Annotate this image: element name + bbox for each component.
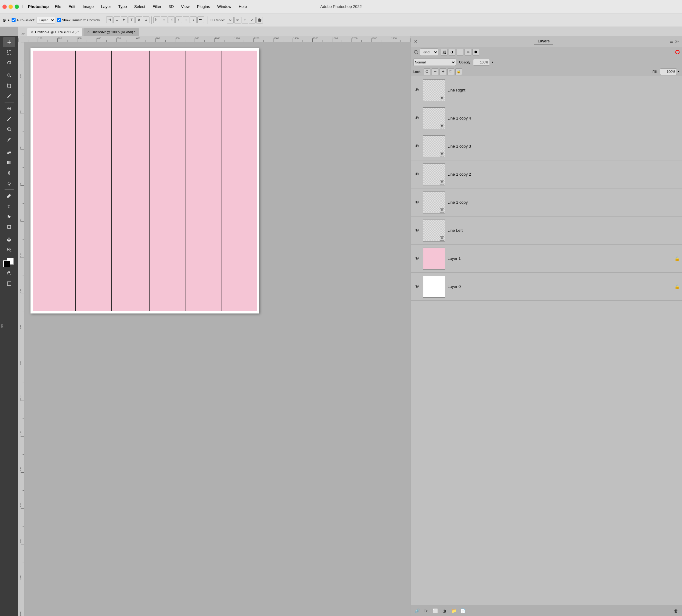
layer-item-line-1-copy-2[interactable]: 👁⊞Line 1 copy 2	[411, 160, 682, 188]
3d-rotate[interactable]: ↻	[227, 17, 234, 23]
lasso-tool[interactable]	[3, 58, 15, 68]
opacity-arrow[interactable]: ▾	[492, 61, 493, 64]
filter-active-indicator[interactable]	[675, 50, 680, 54]
3d-slide[interactable]: ⤢	[249, 17, 256, 23]
layer-visibility-0[interactable]: 👁	[413, 87, 420, 94]
align-top-edges[interactable]: ⊤	[128, 17, 135, 23]
add-mask[interactable]: ⬜	[432, 607, 439, 614]
layer-visibility-6[interactable]: 👁	[413, 255, 420, 262]
quick-mask-toggle[interactable]	[3, 268, 15, 278]
menu-window[interactable]: Window	[216, 4, 232, 9]
panel-menu-icon[interactable]: ☰	[670, 39, 673, 44]
align-right-edges[interactable]: ⊢	[121, 17, 128, 23]
new-layer[interactable]: 📄	[459, 607, 467, 614]
fill-input[interactable]	[660, 68, 677, 75]
layer-item-line-1-copy-3[interactable]: 👁⊞Line 1 copy 3	[411, 132, 682, 160]
tab-close-2[interactable]: ✕	[87, 30, 90, 33]
layer-visibility-4[interactable]: 👁	[413, 199, 420, 206]
panel-collapse-icon[interactable]: ≫	[675, 39, 679, 44]
lock-artboards[interactable]: ⬚	[448, 68, 454, 75]
minimize-button[interactable]	[8, 5, 13, 9]
menu-plugins[interactable]: Plugins	[196, 4, 211, 9]
add-fill-adjustment[interactable]: ◑	[441, 607, 448, 614]
crop-tool[interactable]	[3, 81, 15, 91]
align-v-center[interactable]: ⊕	[135, 17, 142, 23]
menu-3d[interactable]: 3D	[167, 4, 175, 9]
layers-tab[interactable]: Layers	[534, 38, 553, 45]
3d-pan[interactable]: ✛	[242, 17, 248, 23]
menu-view[interactable]: View	[180, 4, 191, 9]
dodge-tool[interactable]	[3, 178, 15, 188]
filter-smartobj-icon[interactable]: ⬢	[473, 49, 479, 55]
layer-item-layer-0[interactable]: 👁Layer 0🔒	[411, 273, 682, 301]
auto-select-checkbox[interactable]	[12, 18, 16, 22]
gradient-tool[interactable]	[3, 158, 15, 167]
menu-file[interactable]: File	[54, 4, 63, 9]
menu-filter[interactable]: Filter	[151, 4, 163, 9]
auto-select-select[interactable]: Layer Group	[37, 17, 55, 23]
blend-mode-select[interactable]: Normal Dissolve Multiply Screen	[413, 59, 456, 66]
zoom-tool[interactable]	[3, 245, 15, 255]
align-bottom-edges[interactable]: ⊥	[143, 17, 150, 23]
align-left-edges[interactable]: ⊣	[106, 17, 113, 23]
tab-close-1[interactable]: ✕	[31, 30, 33, 33]
path-select-tool[interactable]	[3, 212, 15, 221]
layer-visibility-7[interactable]: 👁	[413, 283, 420, 290]
maximize-button[interactable]	[15, 5, 19, 9]
distribute-top[interactable]: ↑	[175, 17, 182, 23]
tab-untitled-2[interactable]: ✕ Untitled-2 @ 100% (RGB/8) *	[83, 28, 139, 36]
3d-scale[interactable]: 🎥	[256, 17, 263, 23]
eyedropper-tool[interactable]	[3, 91, 15, 101]
delete-layer[interactable]: 🗑	[672, 607, 680, 614]
quick-select-tool[interactable]	[3, 70, 15, 80]
foreground-color[interactable]	[3, 260, 10, 267]
pen-tool[interactable]	[3, 191, 15, 201]
layer-visibility-5[interactable]: 👁	[413, 227, 420, 234]
opacity-input[interactable]	[473, 59, 490, 66]
hand-tool[interactable]	[3, 234, 15, 244]
menu-help[interactable]: Help	[237, 4, 248, 9]
menu-select[interactable]: Select	[133, 4, 146, 9]
distribute-right[interactable]: →|	[168, 17, 175, 23]
panel-close-button[interactable]: ✕	[414, 39, 417, 44]
filter-adjustment-icon[interactable]: ◑	[449, 49, 455, 55]
close-button[interactable]	[2, 5, 7, 9]
menu-edit[interactable]: Edit	[67, 4, 76, 9]
new-group[interactable]: 📁	[450, 607, 457, 614]
tabs-expand[interactable]: ≫	[20, 32, 27, 36]
fill-arrow[interactable]: ▾	[678, 70, 680, 73]
filter-kind-select[interactable]: Kind Name Effect	[420, 48, 438, 56]
text-tool[interactable]: T	[3, 201, 15, 211]
link-layers[interactable]: 🔗	[413, 607, 420, 614]
clone-tool[interactable]	[3, 124, 15, 134]
menu-layer[interactable]: Layer	[100, 4, 112, 9]
distribute-h[interactable]: ↔	[161, 17, 167, 23]
layer-visibility-3[interactable]: 👁	[413, 171, 420, 178]
marquee-tool[interactable]	[3, 48, 15, 57]
layer-item-line-left[interactable]: 👁⊞Line Left	[411, 216, 682, 245]
show-transform-label[interactable]: Show Transform Controls	[57, 18, 100, 22]
menu-type[interactable]: Type	[117, 4, 128, 9]
more-options[interactable]: •••	[197, 17, 204, 23]
screen-mode[interactable]	[3, 279, 15, 289]
eraser-tool[interactable]	[3, 147, 15, 157]
move-tool[interactable]	[3, 37, 15, 47]
shape-tool[interactable]	[3, 222, 15, 232]
lock-position[interactable]: ✛	[439, 68, 446, 75]
menu-image[interactable]: Image	[82, 4, 95, 9]
heal-tool[interactable]	[3, 104, 15, 113]
layer-visibility-2[interactable]: 👁	[413, 143, 420, 150]
layer-item-layer-1[interactable]: 👁Layer 1🔒	[411, 245, 682, 273]
lock-transparent-pixels[interactable]: ⬡	[424, 68, 430, 75]
layer-visibility-1[interactable]: 👁	[413, 115, 420, 122]
layer-item-line-1-copy[interactable]: 👁⊞Line 1 copy	[411, 188, 682, 216]
blur-tool[interactable]	[3, 168, 15, 178]
filter-pixel-icon[interactable]: 🖼	[441, 49, 448, 55]
brush-tool[interactable]	[3, 114, 15, 124]
align-h-center[interactable]: ⊥	[113, 17, 120, 23]
tab-untitled-1[interactable]: ✕ Untitled-1 @ 100% (RGB/8) *	[27, 28, 83, 36]
3d-roll[interactable]: ⟳	[234, 17, 241, 23]
auto-select-label[interactable]: Auto-Select:	[12, 18, 35, 22]
show-transform-checkbox[interactable]	[57, 18, 61, 22]
layer-item-line-right[interactable]: 👁⊞Line Right	[411, 76, 682, 104]
